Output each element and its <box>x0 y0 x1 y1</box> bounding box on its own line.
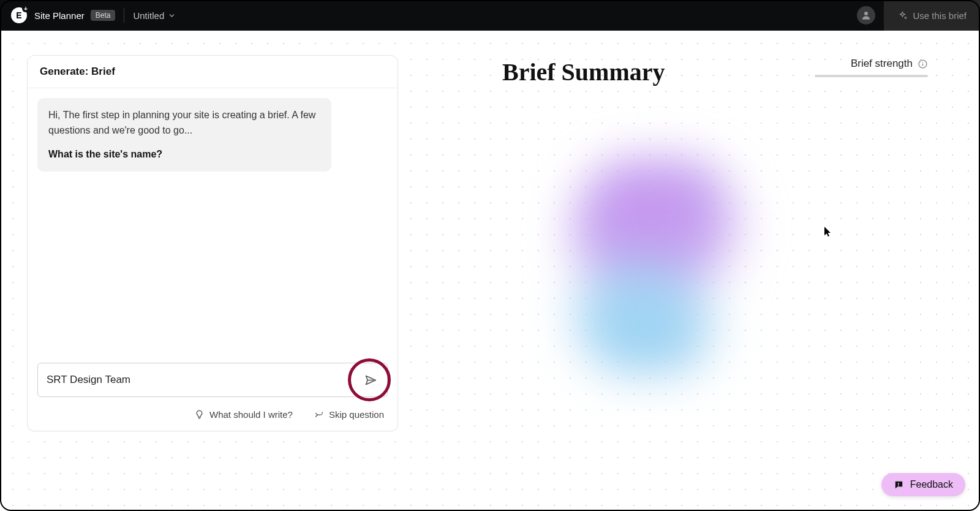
chat-messages: Hi, The first step in planning your site… <box>28 88 398 363</box>
suggestion-label: What should I write? <box>209 409 293 420</box>
logo-letter: E <box>16 10 21 20</box>
chat-input-container <box>37 363 388 397</box>
brief-strength-indicator: Brief strength <box>815 58 928 77</box>
brief-summary-heading: Brief Summary <box>502 58 665 86</box>
document-title-dropdown[interactable]: Untitled <box>133 10 176 21</box>
send-icon <box>364 374 377 387</box>
app-logo-icon: E <box>11 7 27 23</box>
skip-question-button[interactable]: Skip question <box>314 409 384 420</box>
beta-badge: Beta <box>91 10 116 21</box>
send-button[interactable] <box>358 368 382 392</box>
assistant-message-question: What is the site's name? <box>48 147 320 162</box>
canvas: Brief Summary Brief strength Generate: B… <box>0 31 980 511</box>
app-title: Site Planner <box>34 10 85 21</box>
document-title-text: Untitled <box>133 10 164 21</box>
generate-brief-panel: Generate: Brief Hi, The first step in pl… <box>27 55 398 431</box>
chevron-down-icon <box>168 12 176 20</box>
lightbulb-icon <box>194 409 205 420</box>
feedback-label: Feedback <box>910 479 953 490</box>
brief-strength-progress-bar <box>815 75 928 77</box>
header-right: Use this brief <box>857 0 980 31</box>
use-this-brief-button[interactable]: Use this brief <box>884 0 980 31</box>
chat-input[interactable] <box>47 374 358 386</box>
input-row <box>28 363 398 404</box>
chat-bubble-icon <box>894 480 904 490</box>
skip-icon <box>314 409 324 420</box>
svg-point-0 <box>864 12 868 15</box>
assistant-message-intro: Hi, The first step in planning your site… <box>48 108 320 138</box>
panel-title: Generate: Brief <box>28 56 398 88</box>
info-icon[interactable] <box>918 59 928 69</box>
brief-strength-label: Brief strength <box>851 58 913 70</box>
user-icon <box>861 10 872 21</box>
svg-point-5 <box>922 61 923 62</box>
profile-avatar[interactable] <box>857 6 875 25</box>
svg-rect-7 <box>898 482 899 485</box>
use-this-brief-label: Use this brief <box>913 10 967 21</box>
app-header: E Site Planner Beta Untitled Use this br… <box>0 0 980 31</box>
feedback-button[interactable]: Feedback <box>881 473 965 496</box>
svg-rect-8 <box>898 485 899 486</box>
helper-row: What should I write? Skip question <box>28 404 398 431</box>
divider <box>124 8 124 23</box>
suggestion-button[interactable]: What should I write? <box>194 409 293 420</box>
assistant-message: Hi, The first step in planning your site… <box>37 98 331 172</box>
sparkle-icon <box>897 10 908 21</box>
skip-question-label: Skip question <box>329 409 384 420</box>
